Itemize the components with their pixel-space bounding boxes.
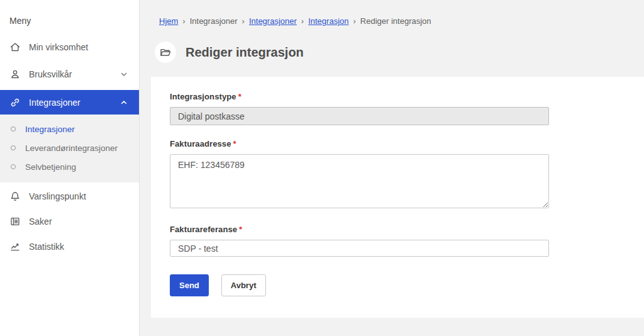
chevron-down-icon bbox=[120, 70, 128, 78]
chart-icon bbox=[9, 241, 21, 252]
breadcrumb-link-hjem[interactable]: Hjem bbox=[159, 16, 178, 26]
sidebar-subitem-label: Integrasjoner bbox=[25, 125, 75, 134]
sidebar-item-bruksvilkar[interactable]: Bruksvilkår bbox=[0, 63, 139, 86]
required-asterisk: * bbox=[238, 92, 242, 101]
form-card: Integrasjonstype* Fakturaadresse* EHF: 1… bbox=[151, 77, 644, 318]
breadcrumb-separator: › bbox=[242, 16, 245, 26]
cancel-button[interactable]: Avbryt bbox=[221, 274, 266, 296]
edit-integration-form: Integrasjonstype* Fakturaadresse* EHF: 1… bbox=[151, 77, 549, 296]
page-title: Rediger integrasjon bbox=[186, 45, 304, 60]
sidebar-item-label: Min virksomhet bbox=[29, 42, 88, 52]
field-fakturareferanse: Fakturareferanse* bbox=[170, 225, 549, 257]
send-button[interactable]: Send bbox=[170, 274, 209, 296]
radio-bullet-icon bbox=[11, 126, 16, 132]
fakturareferanse-input[interactable] bbox=[170, 240, 549, 257]
person-icon bbox=[9, 69, 21, 80]
sidebar-item-label: Integrasjoner bbox=[29, 98, 80, 108]
sidebar-subitem-integrasjoner[interactable]: Integrasjoner bbox=[0, 120, 139, 138]
home-icon bbox=[9, 42, 21, 53]
sidebar-item-min-virksomhet[interactable]: Min virksomhet bbox=[0, 36, 139, 59]
breadcrumb-separator: › bbox=[301, 16, 304, 26]
field-fakturaadresse: Fakturaadresse* EHF: 123456789 bbox=[170, 139, 549, 211]
sidebar: Meny Min virksomhet Bruksvilkår Integras… bbox=[0, 0, 140, 336]
radio-bullet-icon bbox=[11, 164, 16, 169]
sidebar-item-label: Saker bbox=[29, 216, 52, 227]
sidebar-item-label: Statistikk bbox=[29, 242, 64, 252]
sidebar-item-statistikk[interactable]: Statistikk bbox=[0, 235, 139, 258]
integrasjonstype-input bbox=[170, 107, 549, 125]
page-header: Rediger integrasjon bbox=[155, 42, 304, 63]
required-asterisk: * bbox=[233, 139, 236, 148]
menu-heading: Meny bbox=[9, 16, 31, 26]
sidebar-item-label: Bruksvilkår bbox=[29, 69, 72, 79]
link-icon bbox=[9, 97, 21, 108]
app-root: Meny Min virksomhet Bruksvilkår Integras… bbox=[0, 0, 644, 336]
fakturaadresse-textarea[interactable]: EHF: 123456789 bbox=[170, 154, 549, 208]
chevron-up-icon bbox=[120, 99, 128, 106]
sidebar-subitem-selvbetjening[interactable]: Selvbetjening bbox=[0, 157, 139, 176]
required-asterisk: * bbox=[239, 225, 242, 234]
bell-icon bbox=[9, 191, 21, 202]
breadcrumb-separator: › bbox=[182, 16, 185, 26]
sidebar-subitem-label: Leverandørintegrasjoner bbox=[25, 143, 118, 153]
breadcrumb-item: Integrasjoner bbox=[190, 16, 238, 26]
sidebar-item-saker[interactable]: Saker bbox=[0, 210, 139, 233]
sidebar-item-label: Varslingspunkt bbox=[29, 191, 86, 201]
breadcrumb-link-integrasjon[interactable]: Integrasjon bbox=[308, 16, 348, 26]
breadcrumb-current: Rediger integrasjon bbox=[360, 16, 431, 26]
form-actions: Send Avbryt bbox=[170, 274, 549, 296]
list-icon bbox=[9, 216, 21, 227]
breadcrumb: Hjem›Integrasjoner›Integrasjoner›Integra… bbox=[159, 16, 431, 26]
folder-open-icon bbox=[155, 42, 176, 63]
field-label: Integrasjonstype* bbox=[170, 92, 549, 101]
sidebar-subitem-label: Selvbetjening bbox=[25, 162, 76, 172]
breadcrumb-link-integrasjoner[interactable]: Integrasjoner bbox=[249, 16, 297, 26]
field-label: Fakturaadresse* bbox=[170, 139, 549, 148]
sidebar-submenu: Integrasjoner Leverandørintegrasjoner Se… bbox=[0, 115, 139, 182]
sidebar-item-varslingspunkt[interactable]: Varslingspunkt bbox=[0, 185, 139, 208]
sidebar-subitem-leverandorintegrasjoner[interactable]: Leverandørintegrasjoner bbox=[0, 138, 139, 157]
sidebar-item-integrasjoner[interactable]: Integrasjoner bbox=[0, 90, 139, 115]
field-integrasjonstype: Integrasjonstype* bbox=[170, 92, 549, 125]
breadcrumb-separator: › bbox=[353, 16, 355, 26]
field-label: Fakturareferanse* bbox=[170, 225, 549, 234]
radio-bullet-icon bbox=[11, 145, 16, 150]
